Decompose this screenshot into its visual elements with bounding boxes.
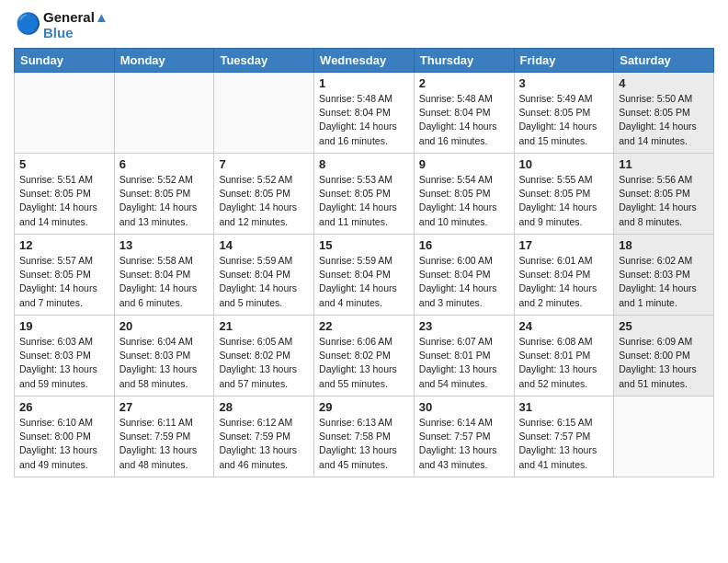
day-number: 20 [119,319,210,333]
day-number: 6 [119,157,210,171]
calendar-cell: 19Sunrise: 6:03 AM Sunset: 8:03 PM Dayli… [15,316,115,396]
day-info: Sunrise: 6:09 AM Sunset: 8:00 PM Dayligh… [619,335,709,391]
calendar-cell [214,73,314,154]
calendar-cell: 1Sunrise: 5:48 AM Sunset: 8:04 PM Daylig… [314,73,415,154]
weekday-header-row: SundayMondayTuesdayWednesdayThursdayFrid… [15,49,714,73]
day-info: Sunrise: 5:52 AM Sunset: 8:05 PM Dayligh… [119,173,210,229]
calendar-cell: 23Sunrise: 6:07 AM Sunset: 8:01 PM Dayli… [414,316,514,396]
day-number: 16 [419,238,509,252]
day-number: 10 [519,157,609,171]
day-number: 5 [19,157,109,171]
day-number: 15 [319,238,409,252]
logo-icon: 🔵 [14,12,40,38]
day-info: Sunrise: 6:12 AM Sunset: 7:59 PM Dayligh… [219,416,309,472]
weekday-header-sunday: Sunday [15,49,115,73]
calendar-cell: 5Sunrise: 5:51 AM Sunset: 8:05 PM Daylig… [15,154,115,235]
day-number: 21 [219,319,309,333]
calendar-table: SundayMondayTuesdayWednesdayThursdayFrid… [14,48,714,477]
calendar-cell: 29Sunrise: 6:13 AM Sunset: 7:58 PM Dayli… [314,396,415,477]
day-number: 7 [219,157,309,171]
day-info: Sunrise: 5:48 AM Sunset: 8:04 PM Dayligh… [419,92,509,148]
calendar-cell: 2Sunrise: 5:48 AM Sunset: 8:04 PM Daylig… [414,73,514,154]
day-number: 27 [119,400,210,414]
weekday-header-wednesday: Wednesday [314,49,415,73]
day-info: Sunrise: 6:00 AM Sunset: 8:04 PM Dayligh… [419,254,509,310]
calendar-week-2: 5Sunrise: 5:51 AM Sunset: 8:05 PM Daylig… [15,154,714,235]
day-info: Sunrise: 5:48 AM Sunset: 8:04 PM Dayligh… [319,92,409,148]
calendar-cell: 3Sunrise: 5:49 AM Sunset: 8:05 PM Daylig… [514,73,614,154]
day-info: Sunrise: 6:03 AM Sunset: 8:03 PM Dayligh… [19,335,109,391]
day-number: 25 [619,319,709,333]
calendar-cell: 15Sunrise: 5:59 AM Sunset: 8:04 PM Dayli… [314,235,415,316]
calendar-cell: 30Sunrise: 6:14 AM Sunset: 7:57 PM Dayli… [414,396,514,477]
day-number: 11 [619,157,709,171]
day-number: 2 [419,76,509,90]
day-info: Sunrise: 5:50 AM Sunset: 8:05 PM Dayligh… [619,92,709,148]
calendar-cell: 22Sunrise: 6:06 AM Sunset: 8:02 PM Dayli… [314,316,415,396]
day-info: Sunrise: 5:59 AM Sunset: 8:04 PM Dayligh… [319,254,409,310]
calendar-cell: 8Sunrise: 5:53 AM Sunset: 8:05 PM Daylig… [314,154,415,235]
day-info: Sunrise: 6:02 AM Sunset: 8:03 PM Dayligh… [619,254,709,310]
day-number: 4 [619,76,709,90]
day-number: 31 [519,400,609,414]
calendar-cell: 17Sunrise: 6:01 AM Sunset: 8:04 PM Dayli… [514,235,614,316]
day-info: Sunrise: 5:51 AM Sunset: 8:05 PM Dayligh… [19,173,109,229]
calendar-cell: 18Sunrise: 6:02 AM Sunset: 8:03 PM Dayli… [614,235,714,316]
calendar-cell [614,396,714,477]
day-info: Sunrise: 5:58 AM Sunset: 8:04 PM Dayligh… [119,254,210,310]
day-number: 13 [119,238,210,252]
day-info: Sunrise: 5:52 AM Sunset: 8:05 PM Dayligh… [219,173,309,229]
day-number: 17 [519,238,609,252]
day-number: 9 [419,157,509,171]
day-info: Sunrise: 5:53 AM Sunset: 8:05 PM Dayligh… [319,173,409,229]
day-number: 24 [519,319,609,333]
calendar-cell: 13Sunrise: 5:58 AM Sunset: 8:04 PM Dayli… [114,235,214,316]
calendar-cell [15,73,115,154]
calendar-cell: 21Sunrise: 6:05 AM Sunset: 8:02 PM Dayli… [214,316,314,396]
calendar-cell: 6Sunrise: 5:52 AM Sunset: 8:05 PM Daylig… [114,154,214,235]
day-number: 29 [319,400,409,414]
day-info: Sunrise: 6:05 AM Sunset: 8:02 PM Dayligh… [219,335,309,391]
day-info: Sunrise: 6:06 AM Sunset: 8:02 PM Dayligh… [319,335,409,391]
day-info: Sunrise: 5:56 AM Sunset: 8:05 PM Dayligh… [619,173,709,229]
day-info: Sunrise: 5:59 AM Sunset: 8:04 PM Dayligh… [219,254,309,310]
day-info: Sunrise: 5:49 AM Sunset: 8:05 PM Dayligh… [519,92,609,148]
day-info: Sunrise: 5:54 AM Sunset: 8:05 PM Dayligh… [419,173,509,229]
day-number: 28 [219,400,309,414]
day-info: Sunrise: 6:13 AM Sunset: 7:58 PM Dayligh… [319,416,409,472]
weekday-header-friday: Friday [514,49,614,73]
calendar-cell: 25Sunrise: 6:09 AM Sunset: 8:00 PM Dayli… [614,316,714,396]
calendar-cell: 16Sunrise: 6:00 AM Sunset: 8:04 PM Dayli… [414,235,514,316]
day-number: 14 [219,238,309,252]
calendar-cell: 4Sunrise: 5:50 AM Sunset: 8:05 PM Daylig… [614,73,714,154]
day-number: 26 [19,400,109,414]
day-info: Sunrise: 6:07 AM Sunset: 8:01 PM Dayligh… [419,335,509,391]
calendar-cell: 11Sunrise: 5:56 AM Sunset: 8:05 PM Dayli… [614,154,714,235]
calendar-cell: 27Sunrise: 6:11 AM Sunset: 7:59 PM Dayli… [114,396,214,477]
day-info: Sunrise: 6:04 AM Sunset: 8:03 PM Dayligh… [119,335,210,391]
calendar-cell: 24Sunrise: 6:08 AM Sunset: 8:01 PM Dayli… [514,316,614,396]
calendar-cell: 12Sunrise: 5:57 AM Sunset: 8:05 PM Dayli… [15,235,115,316]
weekday-header-saturday: Saturday [614,49,714,73]
day-info: Sunrise: 5:57 AM Sunset: 8:05 PM Dayligh… [19,254,109,310]
calendar-cell: 26Sunrise: 6:10 AM Sunset: 8:00 PM Dayli… [15,396,115,477]
calendar-cell: 31Sunrise: 6:15 AM Sunset: 7:57 PM Dayli… [514,396,614,477]
calendar-cell: 7Sunrise: 5:52 AM Sunset: 8:05 PM Daylig… [214,154,314,235]
day-number: 30 [419,400,509,414]
day-info: Sunrise: 6:15 AM Sunset: 7:57 PM Dayligh… [519,416,609,472]
day-info: Sunrise: 6:08 AM Sunset: 8:01 PM Dayligh… [519,335,609,391]
weekday-header-thursday: Thursday [414,49,514,73]
calendar-cell: 28Sunrise: 6:12 AM Sunset: 7:59 PM Dayli… [214,396,314,477]
calendar-cell: 10Sunrise: 5:55 AM Sunset: 8:05 PM Dayli… [514,154,614,235]
day-info: Sunrise: 5:55 AM Sunset: 8:05 PM Dayligh… [519,173,609,229]
day-number: 1 [319,76,409,90]
svg-text:🔵: 🔵 [16,12,40,36]
day-number: 22 [319,319,409,333]
calendar-week-1: 1Sunrise: 5:48 AM Sunset: 8:04 PM Daylig… [15,73,714,154]
calendar-cell: 9Sunrise: 5:54 AM Sunset: 8:05 PM Daylig… [414,154,514,235]
calendar-week-3: 12Sunrise: 5:57 AM Sunset: 8:05 PM Dayli… [15,235,714,316]
calendar-cell [114,73,214,154]
calendar-week-4: 19Sunrise: 6:03 AM Sunset: 8:03 PM Dayli… [15,316,714,396]
day-info: Sunrise: 6:11 AM Sunset: 7:59 PM Dayligh… [119,416,210,472]
logo: 🔵 General▲ Blue [14,9,108,40]
